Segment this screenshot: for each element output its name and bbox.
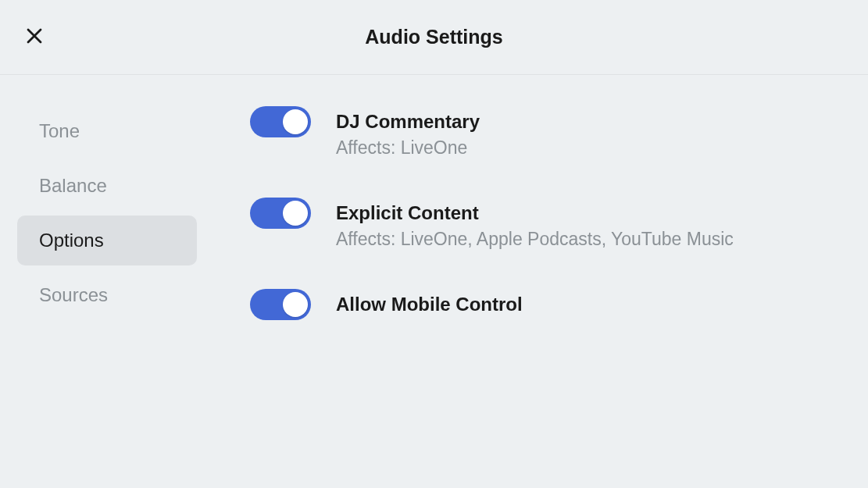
toggle-knob	[283, 292, 308, 317]
option-allow-mobile-control: Allow Mobile Control	[250, 289, 837, 320]
page-title: Audio Settings	[0, 26, 868, 48]
sidebar: Tone Balance Options Sources	[0, 106, 219, 358]
body: Tone Balance Options Sources DJ Commenta…	[0, 75, 868, 358]
content: DJ Commentary Affects: LiveOne Explicit …	[219, 106, 868, 358]
close-icon	[25, 27, 44, 45]
option-sub: Affects: LiveOne	[336, 137, 480, 160]
toggle-allow-mobile-control[interactable]	[250, 289, 311, 320]
toggle-knob	[283, 109, 308, 134]
close-button[interactable]	[23, 25, 45, 47]
nav-tone[interactable]: Tone	[17, 106, 197, 156]
option-sub: Affects: LiveOne, Apple Podcasts, YouTub…	[336, 228, 734, 251]
option-label: Allow Mobile Control	[336, 292, 523, 316]
option-dj-commentary: DJ Commentary Affects: LiveOne	[250, 106, 837, 160]
nav-balance[interactable]: Balance	[17, 161, 197, 211]
toggle-knob	[283, 201, 308, 226]
option-label: Explicit Content	[336, 201, 734, 225]
option-label: DJ Commentary	[336, 109, 480, 134]
toggle-explicit-content[interactable]	[250, 198, 311, 229]
nav-options[interactable]: Options	[17, 216, 197, 265]
option-text: Explicit Content Affects: LiveOne, Apple…	[336, 198, 734, 251]
nav-sources[interactable]: Sources	[17, 270, 197, 320]
header: Audio Settings	[0, 0, 868, 75]
option-text: Allow Mobile Control	[336, 289, 523, 316]
option-text: DJ Commentary Affects: LiveOne	[336, 106, 480, 160]
option-explicit-content: Explicit Content Affects: LiveOne, Apple…	[250, 198, 837, 251]
toggle-dj-commentary[interactable]	[250, 106, 311, 137]
